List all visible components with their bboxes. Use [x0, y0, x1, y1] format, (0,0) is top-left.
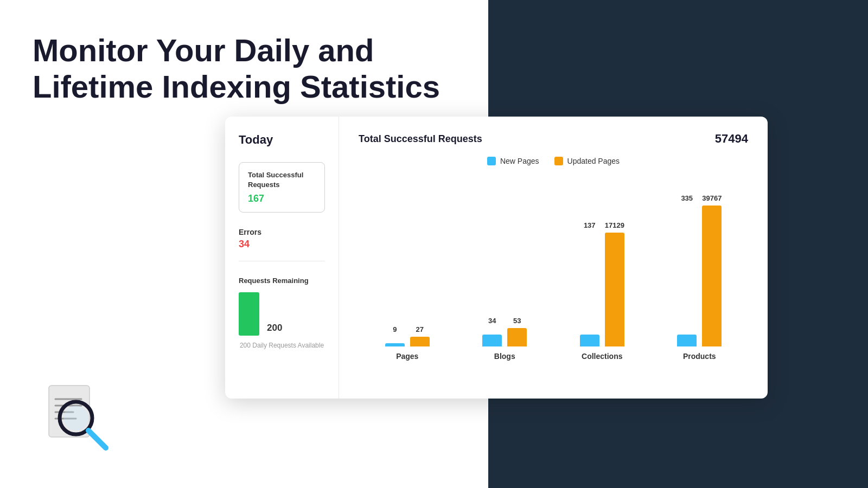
bar-values: 927	[385, 325, 430, 333]
chart-total: 57494	[715, 132, 748, 146]
bar-group-products: 33539767Products	[677, 194, 722, 361]
bar-updated	[702, 206, 722, 346]
bar-group-label: Blogs	[494, 352, 515, 361]
remaining-note: 200 Daily Requests Available	[239, 341, 325, 350]
bars-container: 927Pages3453Blogs13717129Collections3353…	[359, 187, 748, 361]
bar-group-label: Pages	[396, 352, 418, 361]
bar-new	[580, 335, 599, 346]
remaining-count: 200	[267, 323, 282, 333]
bar-group-blogs: 3453Blogs	[482, 317, 527, 361]
chart-legend: New Pages Updated Pages	[359, 157, 748, 165]
chart-header: Total Successful Requests 57494	[359, 132, 748, 146]
bar-new	[677, 335, 697, 346]
remaining-label: Requests Remaining	[239, 277, 325, 285]
bars-row	[677, 206, 722, 346]
bar-new-val: 137	[580, 221, 599, 229]
remaining-bar	[239, 292, 259, 336]
bars-row	[482, 328, 527, 346]
legend-new-pages: New Pages	[487, 157, 539, 165]
search-icon-area	[43, 383, 114, 455]
hero-title: Monitor Your Daily and Lifetime Indexing…	[33, 33, 461, 105]
errors-label: Errors	[239, 228, 325, 236]
bar-updated	[507, 328, 527, 346]
chart-title: Total Successful Requests	[359, 133, 482, 145]
bar-updated-val: 53	[507, 317, 527, 325]
sidebar-title: Today	[239, 133, 325, 147]
magnifier-icon	[43, 383, 114, 453]
legend-updated-pages-label: Updated Pages	[567, 157, 620, 165]
total-requests-value: 167	[248, 193, 316, 204]
bar-updated	[410, 337, 430, 346]
legend-updated-pages: Updated Pages	[554, 157, 620, 165]
bar-updated	[605, 233, 624, 346]
total-requests-label: Total Successful Requests	[248, 170, 316, 190]
legend-dot-blue	[487, 157, 496, 165]
bar-group-pages: 927Pages	[385, 325, 430, 361]
svg-line-7	[88, 431, 106, 448]
bars-row	[580, 233, 624, 346]
legend-new-pages-label: New Pages	[500, 157, 539, 165]
chart-panel: Total Successful Requests 57494 New Page…	[339, 117, 768, 399]
bar-updated-val: 39767	[702, 194, 722, 202]
bar-updated-val: 27	[410, 325, 430, 333]
errors-value: 34	[239, 239, 325, 250]
bar-group-collections: 13717129Collections	[580, 221, 624, 361]
remaining-section: Requests Remaining 200 200 Daily Request…	[239, 277, 325, 350]
remaining-bar-row: 200	[239, 292, 325, 336]
bar-values: 33539767	[677, 194, 722, 202]
total-requests-box: Total Successful Requests 167	[239, 162, 325, 213]
bar-new-val: 335	[677, 194, 697, 202]
bar-group-label: Products	[683, 352, 716, 361]
bar-group-label: Collections	[582, 352, 622, 361]
legend-dot-orange	[554, 157, 563, 165]
bar-new-val: 9	[385, 325, 405, 333]
bar-values: 3453	[482, 317, 527, 325]
dashboard-card: Today Total Successful Requests 167 Erro…	[225, 117, 768, 399]
sidebar-panel: Today Total Successful Requests 167 Erro…	[225, 117, 339, 399]
bar-new	[385, 343, 405, 346]
bar-updated-val: 17129	[605, 221, 624, 229]
svg-point-6	[63, 406, 88, 431]
bar-values: 13717129	[580, 221, 624, 229]
errors-section: Errors 34	[239, 228, 325, 261]
bars-row	[385, 337, 430, 346]
bar-new	[482, 335, 502, 346]
bar-new-val: 34	[482, 317, 502, 325]
